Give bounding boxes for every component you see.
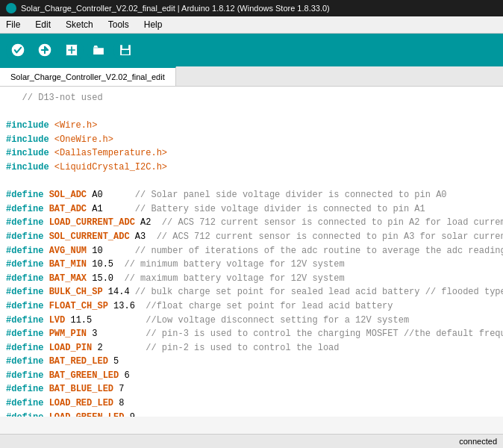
- tab-bar: Solar_Charge_Controller_V2.02_final_edit: [0, 66, 503, 87]
- code-line: #define BAT_MIN 10.5 // minimum battery …: [6, 258, 497, 272]
- active-tab[interactable]: Solar_Charge_Controller_V2.02_final_edit: [0, 66, 176, 86]
- menu-sketch[interactable]: Sketch: [63, 18, 96, 31]
- code-line: #define SOL_ADC A0 // Solar panel side v…: [6, 188, 497, 202]
- code-line: #define FLOAT_CH_SP 13.6 //float charge …: [6, 299, 497, 314]
- svg-rect-8: [122, 50, 129, 55]
- code-line: #define LOAD_GREEN_LED 9: [6, 411, 497, 417]
- code-line: [6, 175, 497, 189]
- connection-status: connected: [459, 437, 497, 446]
- title-bar: Solar_Charge_Controller_V2.02_final_edit…: [0, 0, 503, 16]
- code-line: #include <DallasTemperature.h>: [6, 146, 497, 161]
- upload-button[interactable]: [33, 38, 57, 62]
- code-line: #include <Wire.h>: [6, 119, 497, 133]
- new-button[interactable]: [60, 38, 84, 62]
- menu-help[interactable]: Help: [141, 18, 166, 31]
- code-editor[interactable]: // D13-not used #include <Wire.h> #inclu…: [0, 87, 503, 417]
- window-title: Solar_Charge_Controller_V2.02_final_edit…: [21, 4, 330, 13]
- code-line: #define LOAD_RED_LED 8: [6, 396, 497, 411]
- code-line: [6, 105, 497, 119]
- code-line: #define SOL_CURRENT_ADC A3 // ACS 712 cu…: [6, 230, 497, 244]
- code-line: #include <LiquidCrystal_I2C.h>: [6, 161, 497, 175]
- menu-file[interactable]: File: [3, 18, 23, 31]
- code-line: #define AVG_NUM 10 // number of iteratio…: [6, 244, 497, 258]
- code-line: #define PWM_PIN 3 // pin-3 is used to co…: [6, 327, 497, 341]
- code-line: #include <OneWire.h>: [6, 133, 497, 147]
- code-line: #define BAT_MAX 15.0 // maximum battery …: [6, 272, 497, 286]
- open-button[interactable]: [87, 38, 110, 62]
- menu-edit[interactable]: Edit: [32, 18, 54, 31]
- verify-button[interactable]: [6, 38, 30, 62]
- code-line: #define BAT_BLUE_LED 7: [6, 382, 497, 396]
- menu-tools[interactable]: Tools: [105, 18, 132, 31]
- save-button[interactable]: [113, 38, 137, 62]
- toolbar: [0, 34, 503, 66]
- code-line: #define BULK_CH_SP 14.4 // bulk charge s…: [6, 285, 497, 299]
- code-line: #define BAT_RED_LED 5: [6, 355, 497, 369]
- code-line: #define BAT_GREEN_LED 6: [6, 369, 497, 383]
- code-line: #define LOAD_CURRENT_ADC A2 // ACS 712 c…: [6, 216, 497, 230]
- code-line: #define BAT_ADC A1 // Battery side volta…: [6, 202, 497, 217]
- menu-bar: File Edit Sketch Tools Help: [0, 16, 503, 34]
- app-icon: [6, 3, 16, 13]
- code-line: #define LOAD_PIN 2 // pin-2 is used to c…: [6, 341, 497, 355]
- code-line: #define LVD 11.5 //Low voltage disconnec…: [6, 314, 497, 328]
- code-line: // D13-not used: [6, 91, 497, 105]
- status-bar: connected: [0, 434, 503, 448]
- svg-rect-7: [122, 45, 128, 49]
